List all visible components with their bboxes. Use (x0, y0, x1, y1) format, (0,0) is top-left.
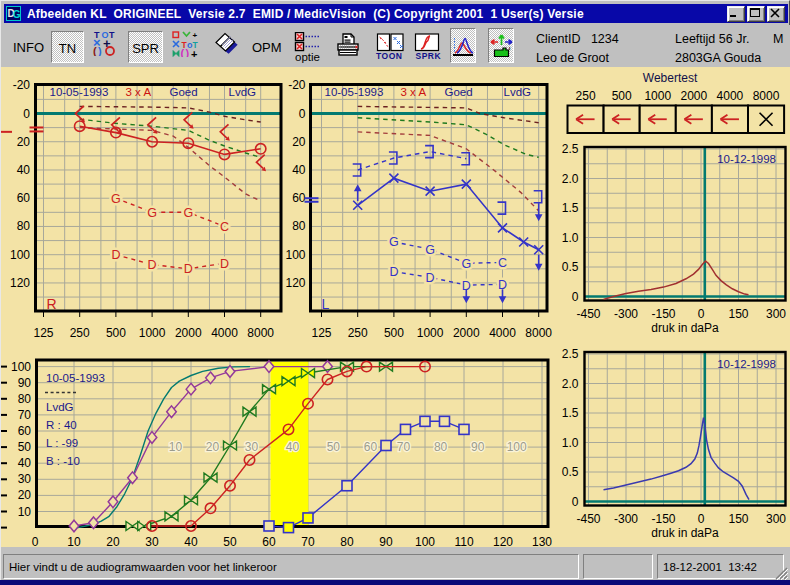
tympanogram-view-button[interactable] (450, 28, 476, 63)
ear-label: R (47, 296, 57, 312)
app-icon-letter-g: G (13, 9, 21, 20)
exam-date: 10-05-1993 (325, 86, 384, 98)
tympanogram-date: 10-12-1998 (717, 358, 776, 370)
ear-label: L (322, 296, 330, 312)
svg-text:80: 80 (340, 535, 354, 547)
svg-text:90: 90 (18, 376, 32, 390)
printer-icon[interactable] (336, 32, 360, 58)
optie-icon[interactable]: optie (291, 32, 321, 64)
svg-text:70: 70 (397, 440, 411, 454)
svg-text:40: 40 (18, 456, 32, 470)
svg-text:500: 500 (106, 326, 126, 340)
svg-text:(: ( (181, 47, 185, 57)
svg-text:): ) (98, 45, 102, 56)
application-window: D G Afbeelden KL ORIGINEEL Versie 2.7 EM… (0, 0, 790, 581)
exam-date: 10-05-1993 (50, 86, 109, 98)
svg-text:50: 50 (18, 440, 32, 454)
maximize-icon (748, 7, 762, 19)
svg-text:0: 0 (23, 107, 30, 121)
tot-icon[interactable]: TOT×+() (93, 30, 119, 56)
svg-text:100: 100 (415, 535, 435, 547)
client-age: Leeftijd 56 Jr. (675, 32, 749, 46)
svg-text:G: G (183, 206, 193, 220)
webertest-cell-4000[interactable] (712, 106, 748, 134)
webertest-cell-8000[interactable] (748, 106, 784, 134)
svg-text:100: 100 (507, 440, 527, 454)
svg-text:60: 60 (18, 424, 32, 438)
webertest-cell-250[interactable] (568, 106, 604, 134)
arrows-device-icon: ᑊ (490, 34, 513, 60)
svg-text:G: G (389, 235, 399, 249)
close-button[interactable] (767, 6, 785, 22)
svg-text:80: 80 (18, 392, 32, 406)
window-title: Afbeelden KL ORIGINEEL Versie 2.7 EMID /… (27, 7, 584, 21)
pressure-axis-label: druk in daPa (651, 526, 719, 540)
svg-text:1.5: 1.5 (562, 406, 579, 420)
svg-text:2.0: 2.0 (562, 172, 579, 186)
info-button[interactable]: INFO (13, 40, 44, 55)
svg-text:2.5: 2.5 (562, 347, 579, 361)
svg-text:250: 250 (348, 326, 368, 340)
svg-text:1.5: 1.5 (562, 201, 579, 215)
svg-text:10: 10 (169, 440, 183, 454)
svg-text:2000: 2000 (175, 326, 202, 340)
svg-text:D: D (220, 257, 229, 271)
svg-text:+: + (191, 48, 197, 58)
svg-text:C: C (498, 256, 507, 270)
minimize-button[interactable] (727, 6, 745, 22)
svg-text:0: 0 (698, 307, 705, 321)
svg-text:(: ( (93, 45, 97, 56)
toon-icon[interactable]: TOON (374, 33, 406, 59)
toon-label: TOON (376, 51, 402, 60)
svg-text:80: 80 (17, 219, 31, 233)
svg-text:500: 500 (384, 326, 404, 340)
svg-text:): ) (186, 47, 190, 57)
exam-note: 3 x A (126, 86, 152, 98)
svg-text:8000: 8000 (753, 89, 780, 103)
svg-text:100: 100 (285, 248, 305, 262)
svg-text:-20: -20 (13, 78, 31, 92)
svg-text:D: D (184, 262, 193, 276)
svg-text:40: 40 (17, 163, 31, 177)
webertest-title: Webertest (643, 71, 698, 85)
opm-button[interactable]: OPM (252, 40, 282, 55)
svg-text:1000: 1000 (417, 326, 444, 340)
titlebar[interactable]: D G Afbeelden KL ORIGINEEL Versie 2.7 EM… (4, 4, 788, 23)
spr-button[interactable]: SPR (128, 31, 163, 63)
book-icon[interactable] (212, 30, 242, 58)
webertest-cell-500[interactable] (604, 106, 640, 134)
svg-text:120: 120 (10, 276, 30, 290)
svg-text:500: 500 (612, 89, 632, 103)
charts-area: 1252505001000200040008000-20020406080100… (1, 67, 790, 547)
svg-text:4000: 4000 (717, 89, 744, 103)
webertest-cell-2000[interactable] (676, 106, 712, 134)
svg-text:2000: 2000 (680, 89, 707, 103)
sprk-icon[interactable]: SPRK (413, 33, 441, 59)
svg-text:0: 0 (698, 512, 705, 526)
svg-text:1000: 1000 (139, 326, 166, 340)
svg-text:70: 70 (301, 535, 315, 547)
svg-text:2000: 2000 (453, 326, 480, 340)
svg-text:40: 40 (292, 163, 306, 177)
svg-text:4000: 4000 (489, 326, 516, 340)
maximize-button[interactable] (747, 6, 765, 22)
svg-text:C: C (220, 220, 229, 234)
app-icon[interactable]: D G (6, 6, 21, 21)
reflex-view-button[interactable]: ᑊ (488, 28, 514, 63)
close-icon (768, 7, 782, 19)
svg-text:4000: 4000 (211, 326, 238, 340)
svg-text:30: 30 (245, 440, 259, 454)
resize-grip[interactable] (775, 567, 788, 580)
svg-text:50: 50 (327, 440, 341, 454)
webertest-cell-1000[interactable] (640, 106, 676, 134)
svg-text:300: 300 (766, 307, 786, 321)
speech-l-value: L : -99 (46, 437, 78, 449)
svg-text:30: 30 (145, 535, 159, 547)
symbols-legend-icon[interactable]: +ToT()+ (172, 31, 202, 57)
svg-text:D: D (426, 271, 435, 285)
tn-button[interactable]: TN (51, 31, 84, 63)
svg-text:0.5: 0.5 (562, 465, 579, 479)
svg-text:0: 0 (299, 107, 306, 121)
svg-text:0: 0 (572, 495, 579, 509)
svg-text:-450: -450 (576, 512, 600, 526)
